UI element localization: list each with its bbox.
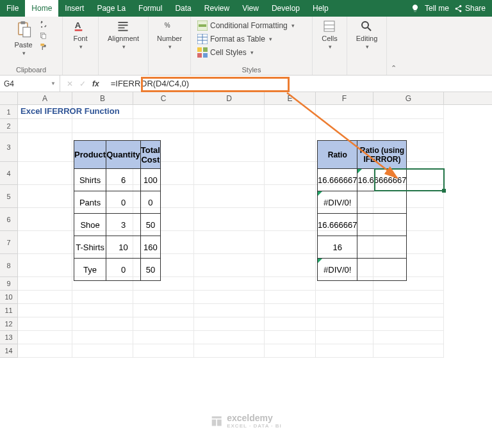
name-box[interactable]: G4 ▼ [0, 76, 60, 92]
tab-develop[interactable]: Develop [265, 0, 306, 17]
row-header-6[interactable]: 6 [0, 208, 18, 231]
cell-C13[interactable] [133, 331, 194, 344]
t1-cell[interactable]: 0 [106, 259, 141, 281]
cell-B10[interactable] [72, 291, 133, 304]
cell-C12[interactable] [133, 317, 194, 331]
font-button[interactable]: A Font ▾ [73, 19, 87, 50]
t1-cell[interactable]: 50 [140, 214, 160, 236]
cell-G14[interactable] [373, 344, 444, 358]
conditional-formatting[interactable]: Conditional Formatting▾ [197, 19, 306, 32]
col-header-A[interactable]: A [18, 92, 72, 104]
enter-icon[interactable]: ✓ [79, 79, 86, 88]
cell-A7[interactable] [18, 231, 72, 254]
cell-B14[interactable] [72, 344, 133, 358]
cell-E14[interactable] [265, 344, 316, 358]
t2-cell[interactable]: #DIV/0! [318, 259, 357, 281]
row-header-13[interactable]: 13 [0, 331, 18, 344]
row-header-4[interactable]: 4 [0, 162, 18, 185]
paste-button[interactable]: Paste ▾ [13, 19, 34, 56]
t1-cell[interactable]: Shirts [74, 169, 106, 191]
cell-A2[interactable] [18, 119, 72, 133]
t2-cell[interactable] [357, 259, 407, 281]
cell-D14[interactable] [194, 344, 265, 358]
tab-pagela[interactable]: Page La [90, 0, 132, 17]
col-header-C[interactable]: C [133, 92, 194, 104]
cell-E1[interactable] [265, 105, 316, 119]
t2-cell[interactable] [357, 191, 407, 214]
col-header-F[interactable]: F [316, 92, 373, 104]
t1-cell[interactable]: 100 [140, 169, 160, 191]
tab-insert[interactable]: Insert [58, 0, 90, 17]
t1-cell[interactable]: 0 [140, 191, 160, 214]
t2-cell[interactable]: 16 [318, 236, 357, 259]
cell-B11[interactable] [72, 304, 133, 317]
cell-D4[interactable] [194, 162, 265, 185]
t1-cell[interactable]: T-Shirts [74, 236, 106, 259]
row-header-2[interactable]: 2 [0, 119, 18, 133]
cell-A10[interactable] [18, 291, 72, 304]
cell-A3[interactable] [18, 133, 72, 162]
cell-D8[interactable] [194, 254, 265, 277]
cell-G11[interactable] [373, 304, 444, 317]
row-header-8[interactable]: 8 [0, 254, 18, 277]
row-header-1[interactable]: 1 [0, 105, 18, 119]
t2-cell[interactable]: 16.666667 [318, 169, 357, 191]
cell-F2[interactable] [316, 119, 373, 133]
cell-C10[interactable] [133, 291, 194, 304]
cell-D13[interactable] [194, 331, 265, 344]
cell-A12[interactable] [18, 317, 72, 331]
row-header-5[interactable]: 5 [0, 185, 18, 208]
col-header-B[interactable]: B [72, 92, 133, 104]
copy-icon[interactable] [38, 31, 49, 41]
t1-cell[interactable]: 50 [140, 259, 160, 281]
t1-cell[interactable]: 6 [106, 169, 141, 191]
row-header-14[interactable]: 14 [0, 344, 18, 358]
t1-cell[interactable]: 160 [140, 236, 160, 259]
row-header-9[interactable]: 9 [0, 277, 18, 291]
editing-button[interactable]: Editing ▾ [356, 19, 378, 50]
cell-styles[interactable]: Cell Styles▾ [197, 46, 306, 59]
number-button[interactable]: % Number ▾ [157, 19, 182, 50]
cell-A13[interactable] [18, 331, 72, 344]
col-header-E[interactable]: E [265, 92, 316, 104]
cell-E8[interactable] [265, 254, 316, 277]
cell-F10[interactable] [316, 291, 373, 304]
row-header-11[interactable]: 11 [0, 304, 18, 317]
t1-cell[interactable]: Shoe [74, 214, 106, 236]
cell-D6[interactable] [194, 208, 265, 231]
t1-cell[interactable]: 10 [106, 236, 141, 259]
cell-G1[interactable] [373, 105, 444, 119]
tell-me[interactable]: Tell me [425, 4, 449, 13]
fx-icon[interactable]: fx [92, 79, 99, 88]
cell-D2[interactable] [194, 119, 265, 133]
cell-D10[interactable] [194, 291, 265, 304]
cell-D11[interactable] [194, 304, 265, 317]
ribbon-collapse[interactable]: ⌃ [387, 17, 400, 75]
cancel-icon[interactable]: ✕ [67, 79, 73, 88]
cell-E5[interactable] [265, 185, 316, 208]
cell-E13[interactable] [265, 331, 316, 344]
tab-file[interactable]: File [0, 0, 25, 17]
cell-F11[interactable] [316, 304, 373, 317]
cell-D7[interactable] [194, 231, 265, 254]
t1-cell[interactable]: 0 [106, 191, 141, 214]
t2-cell[interactable] [357, 214, 407, 236]
cell-G2[interactable] [373, 119, 444, 133]
cell-A14[interactable] [18, 344, 72, 358]
row-header-10[interactable]: 10 [0, 291, 18, 304]
cell-D9[interactable] [194, 277, 265, 291]
cell-G10[interactable] [373, 291, 444, 304]
cell-E3[interactable] [265, 133, 316, 162]
t1-cell[interactable]: Tye [74, 259, 106, 281]
share-button[interactable]: Share [454, 4, 486, 13]
cell-E9[interactable] [265, 277, 316, 291]
alignment-button[interactable]: Alignment ▾ [108, 19, 139, 50]
tab-help[interactable]: Help [306, 0, 335, 17]
cell-F1[interactable] [316, 105, 373, 119]
spreadsheet-grid[interactable]: ABCDEFG 1234567891011121314 Excel IFERRO… [0, 92, 492, 358]
t2-cell[interactable]: 16.666667 [318, 214, 357, 236]
cell-E11[interactable] [265, 304, 316, 317]
fill-handle[interactable] [442, 189, 446, 193]
cells-button[interactable]: Cells ▾ [322, 19, 337, 50]
cell-E2[interactable] [265, 119, 316, 133]
